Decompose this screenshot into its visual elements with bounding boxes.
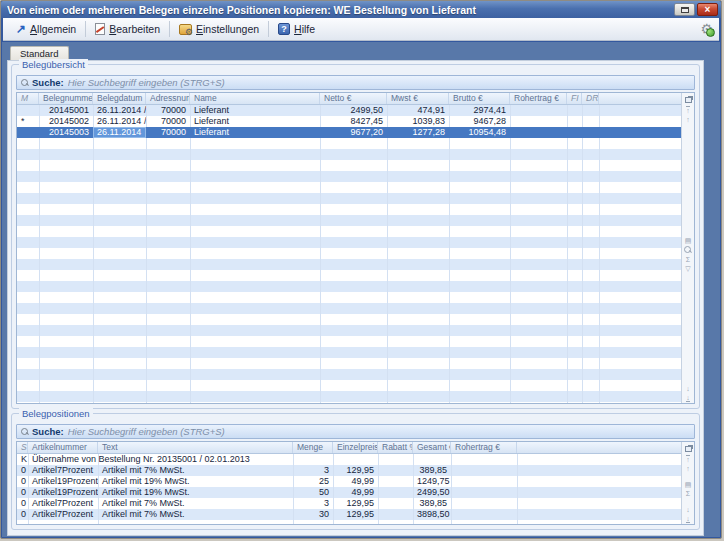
cell-menge: 50 — [293, 487, 333, 498]
scroll-down-icon[interactable]: ↓ — [686, 506, 690, 513]
col-header-netto[interactable]: Netto € — [320, 93, 387, 104]
cell-belegdatum-active[interactable]: 26.11.2014 — [93, 127, 146, 138]
col-header-belegnummer[interactable]: Belegnumme — [39, 93, 93, 104]
position-row[interactable]: 0 Artikel7Prozent Artikel mit 7% MwSt. 3… — [17, 509, 681, 520]
beleg-row[interactable]: * 20145002 26.11.2014 /Mi 70000 Lieferan… — [17, 116, 681, 127]
cell-brutto: 2974,41 — [449, 105, 510, 116]
position-row[interactable]: 0 Artikel7Prozent Artikel mit 7% MwSt. 3… — [17, 465, 681, 476]
positionen-grid: S Artikelnummer Text Menge Einzelpreis €… — [16, 441, 695, 525]
positionen-grid-header: S Artikelnummer Text Menge Einzelpreis €… — [17, 442, 694, 454]
menubar: ↗ Allgemein Bearbeiten Einstellungen ? H… — [3, 18, 719, 41]
col-header-menge[interactable]: Menge — [293, 442, 333, 453]
scroll-up-icon[interactable]: ↑ — [686, 116, 690, 123]
cell-rohertrag — [451, 487, 517, 498]
position-comment-row[interactable]: K Übernahme von Bestellung Nr. 20135001 … — [17, 454, 681, 465]
cell-m — [17, 105, 39, 116]
layout-icon[interactable]: ▤ — [685, 237, 692, 244]
gear-green-icon[interactable]: ⚙ — [700, 22, 713, 36]
cell-gesamt: 389,85 — [413, 465, 451, 476]
grid-line — [146, 105, 147, 403]
cell-s: 0 — [17, 465, 28, 476]
col-header-name[interactable]: Name — [190, 93, 320, 104]
scroll-to-top-icon[interactable]: ↑ — [686, 106, 690, 114]
layout-icon[interactable]: ▤ — [685, 481, 692, 488]
scroll-to-bottom-icon[interactable]: ↓ — [686, 515, 690, 523]
search-label: Suche: — [32, 77, 64, 88]
menu-bearbeiten[interactable]: Bearbeiten — [88, 21, 167, 37]
restore-button[interactable] — [674, 3, 695, 16]
uebersicht-tool-strip: ↑ ↑ ▤ Σ ▽ ↓ ↓ — [681, 93, 694, 403]
scroll-down-icon[interactable]: ↓ — [686, 385, 690, 392]
titlebar[interactable]: Von einem oder mehreren Belegen einzelne… — [1, 1, 721, 18]
col-header-gesamt[interactable]: Gesamt € — [413, 442, 451, 453]
cell-rohertrag — [510, 127, 567, 138]
col-header-belegdatum[interactable]: Belegdatum — [93, 93, 146, 104]
position-row[interactable]: 0 Artikel19Prozent Artikel mit 19% MwSt.… — [17, 487, 681, 498]
copy-columns-icon[interactable] — [685, 446, 692, 452]
cell-adressnummer: 70000 — [146, 105, 190, 116]
cell-menge: 3 — [293, 465, 333, 476]
sum-icon[interactable]: Σ — [686, 490, 690, 497]
scroll-up-icon[interactable]: ↑ — [686, 465, 690, 472]
uebersicht-search-input[interactable] — [68, 77, 690, 88]
cell-einzelpreis: 129,95 — [333, 509, 378, 520]
scroll-to-top-icon[interactable]: ↑ — [686, 455, 690, 463]
close-button[interactable]: × — [697, 3, 718, 16]
cell-brutto: 10954,48 — [449, 127, 510, 138]
cell-gesamt: 1249,75 — [413, 476, 451, 487]
cell-rabatt — [378, 476, 413, 487]
position-row[interactable]: 0 Artikel7Prozent Artikel mit 7% MwSt. 3… — [17, 498, 681, 509]
col-header-dr[interactable]: DR — [582, 93, 599, 104]
filter-icon[interactable]: ▽ — [685, 265, 690, 272]
cell-menge: 3 — [293, 498, 333, 509]
cell-netto: 9677,20 — [320, 127, 387, 138]
col-header-rohertrag[interactable]: Rohertrag € — [510, 93, 567, 104]
menu-hilfe[interactable]: ? Hilfe — [271, 21, 322, 37]
beleg-row-selected[interactable]: 20145003 26.11.2014 70000 Lieferant 9677… — [17, 127, 681, 138]
col-header-text[interactable]: Text — [98, 442, 293, 453]
cell-rohertrag — [451, 476, 517, 487]
close-icon: × — [705, 5, 711, 15]
uebersicht-grid-body[interactable]: 20145001 26.11.2014 /Mi 70000 Lieferant … — [17, 105, 681, 403]
cell-netto: 2499,50 — [320, 105, 387, 116]
cell-rohertrag — [510, 105, 567, 116]
position-row[interactable]: 0 Artikel19Prozent Artikel mit 19% MwSt.… — [17, 476, 681, 487]
grid-line — [567, 105, 568, 403]
uebersicht-searchbar[interactable]: Suche: — [16, 75, 695, 90]
sum-icon[interactable]: Σ — [686, 256, 690, 263]
positionen-searchbar[interactable]: Suche: — [16, 424, 695, 439]
cell-belegnummer: 20145002 — [39, 116, 93, 127]
cell-name: Lieferant — [190, 105, 320, 116]
grid-line — [582, 105, 583, 403]
cell-mwst: 1039,83 — [387, 116, 449, 127]
cell-fi — [567, 127, 582, 138]
grid-line — [599, 105, 600, 403]
menu-allgemein[interactable]: ↗ Allgemein — [9, 21, 83, 37]
positionen-grid-body[interactable]: K Übernahme von Bestellung Nr. 20135001 … — [17, 454, 681, 524]
copy-columns-icon[interactable] — [685, 97, 692, 103]
col-header-mwst[interactable]: Mwst € — [387, 93, 449, 104]
grid-line — [320, 105, 321, 403]
col-header-einzelpreis[interactable]: Einzelpreis € — [333, 442, 378, 453]
col-header-brutto[interactable]: Brutto € — [449, 93, 510, 104]
col-header-s[interactable]: S — [17, 442, 28, 453]
col-header-filler — [517, 442, 681, 453]
scroll-to-bottom-icon[interactable]: ↓ — [686, 394, 690, 402]
cell-s: 0 — [17, 476, 28, 487]
grid-line — [387, 105, 388, 403]
col-header-rohertrag[interactable]: Rohertrag € — [451, 442, 517, 453]
cell-mwst: 474,91 — [387, 105, 449, 116]
col-header-adressnummer[interactable]: Adressnumm — [146, 93, 190, 104]
menu-einstellungen[interactable]: Einstellungen — [172, 21, 266, 37]
col-header-rabatt[interactable]: Rabatt % — [378, 442, 413, 453]
col-header-fi[interactable]: FI — [567, 93, 582, 104]
col-header-artikelnummer[interactable]: Artikelnummer — [28, 442, 98, 453]
zoom-icon[interactable] — [684, 246, 692, 254]
cell-text: Artikel mit 7% MwSt. — [98, 498, 293, 509]
beleg-row[interactable]: 20145001 26.11.2014 /Mi 70000 Lieferant … — [17, 105, 681, 116]
grid-line — [39, 105, 40, 403]
tab-standard[interactable]: Standard — [10, 46, 69, 60]
col-header-m[interactable]: M — [17, 93, 39, 104]
menu-einstellungen-label: Einstellungen — [196, 23, 259, 35]
positionen-search-input[interactable] — [68, 426, 690, 437]
